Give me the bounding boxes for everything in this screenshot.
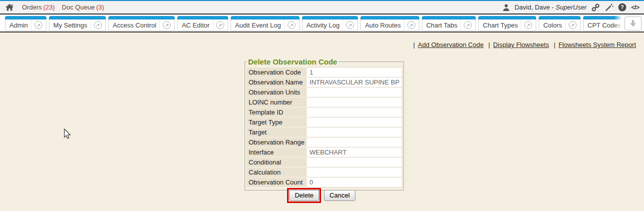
tab-label: Audit Event Log — [235, 22, 281, 29]
row-value — [307, 118, 402, 128]
tab-accent-strip — [302, 16, 358, 20]
magic-wand-icon[interactable] — [605, 3, 614, 12]
tab-divider — [404, 20, 404, 30]
quick-link-icon[interactable] — [591, 3, 600, 12]
row-label: LOINC number — [247, 98, 307, 108]
delete-button[interactable]: Delete — [289, 190, 319, 201]
open-in-new-icon[interactable]: ↗ — [34, 21, 42, 29]
admin-tab[interactable]: Colors ↗ — [539, 16, 581, 31]
scroll-tabs-down-icon — [629, 20, 637, 28]
admin-tab[interactable]: CPT Codes ↗ — [583, 16, 621, 31]
tab-body: Activity Log ↗ — [302, 20, 358, 31]
action-links: |Add Observation Code |Display Flowsheet… — [412, 41, 638, 48]
tab-label: Auto Routes — [365, 22, 401, 29]
tab-body: Chart Tabs ↗ — [422, 20, 476, 31]
row-value: 0 — [307, 178, 402, 188]
tab-body: Colors ↗ — [539, 20, 581, 31]
row-label: Observation Name — [247, 78, 307, 88]
tab-divider — [31, 20, 31, 30]
admin-tab[interactable]: Activity Log ↗ — [302, 16, 358, 31]
nav-label: Doc Queue — [62, 4, 95, 11]
tab-body: CPT Codes ↗ — [583, 20, 621, 31]
observation-row: LOINC number — [247, 98, 402, 108]
tab-accent-strip — [5, 16, 46, 20]
admin-tab[interactable]: Chart Types ↗ — [478, 16, 536, 31]
row-value — [307, 128, 402, 138]
form-fieldset: Delete Observation Code Observation Code… — [245, 58, 404, 190]
admin-tab[interactable]: AC Editor ↗ — [177, 16, 228, 31]
nav-count-badge: (3) — [96, 4, 104, 11]
nav-label: Orders — [22, 4, 42, 11]
row-value — [307, 138, 402, 148]
row-value — [307, 158, 402, 168]
row-value — [307, 108, 402, 118]
open-in-new-icon[interactable]: ↗ — [163, 21, 171, 29]
svg-text:?: ? — [621, 4, 624, 10]
tab-accent-strip — [360, 16, 419, 20]
topbar-nav: Orders(23) Doc Queue(3) — [22, 4, 104, 11]
observation-row: Observation Code 1 — [247, 68, 402, 78]
tab-label: Admin — [9, 22, 28, 29]
tab-label: Access Control — [113, 22, 156, 29]
admin-tabbar: Admin ↗ My Settings ↗ Access Control ↗ A… — [0, 14, 644, 32]
open-in-new-icon[interactable]: ↗ — [524, 21, 532, 29]
observation-row: Target — [247, 128, 402, 138]
action-link[interactable]: Add Observation Code — [418, 41, 484, 48]
tab-body: Access Control ↗ — [108, 20, 175, 31]
delete-observation-form: Delete Observation Code Observation Code… — [245, 58, 398, 190]
open-in-new-icon[interactable]: ↗ — [569, 21, 577, 29]
tab-body: AC Editor ↗ — [177, 20, 228, 31]
row-label: Observation Units — [247, 88, 307, 98]
admin-tab[interactable]: Admin ↗ — [5, 16, 46, 31]
help-icon[interactable]: ? — [618, 3, 627, 12]
tab-accent-strip — [231, 16, 300, 20]
observation-row: Observation Name INTRAVASCULAR SUPINE BP — [247, 78, 402, 88]
open-in-new-icon[interactable]: ↗ — [407, 21, 415, 29]
nav-count-badge: (23) — [43, 4, 55, 11]
topbar-nav-item[interactable]: Doc Queue(3) — [62, 4, 104, 11]
topbar-nav-item[interactable]: Orders(23) — [22, 4, 55, 11]
tab-divider — [342, 20, 343, 30]
observation-row: Observation Units — [247, 88, 402, 98]
mouse-cursor — [64, 128, 71, 142]
row-value — [307, 168, 402, 178]
row-value — [307, 88, 402, 98]
row-value — [307, 98, 402, 108]
home-icon[interactable] — [5, 3, 14, 12]
tab-divider — [521, 20, 521, 30]
tab-overflow-button[interactable] — [625, 16, 642, 30]
action-link[interactable]: Display Flowsheets — [493, 41, 549, 48]
admin-tab[interactable]: Auto Routes ↗ — [360, 16, 419, 31]
tab-body: Auto Routes ↗ — [360, 20, 419, 31]
row-value: 1 — [307, 68, 402, 78]
red-highlight-annotation: Delete — [287, 188, 321, 203]
observation-row: Conditional — [247, 158, 402, 168]
row-label: Calculation — [247, 168, 307, 178]
tab-label: Colors — [543, 22, 562, 29]
tab-accent-strip — [422, 16, 476, 20]
row-label: Observation Count — [247, 178, 307, 188]
tab-body: My Settings ↗ — [49, 20, 106, 31]
open-in-new-icon[interactable]: ↗ — [346, 21, 354, 29]
admin-tab[interactable]: Access Control ↗ — [108, 16, 175, 31]
open-in-new-icon[interactable]: ↗ — [464, 21, 472, 29]
tab-accent-strip — [583, 16, 621, 20]
content-area: |Add Observation Code |Display Flowsheet… — [0, 32, 644, 211]
tab-divider — [90, 20, 91, 30]
user-name: David, Dave - SuperUser — [515, 4, 587, 11]
code-icon[interactable]: </> — [631, 4, 639, 11]
admin-tab[interactable]: Chart Tabs ↗ — [422, 16, 476, 31]
observation-row: Calculation — [247, 168, 402, 178]
open-in-new-icon[interactable]: ↗ — [94, 21, 102, 29]
tab-divider — [284, 20, 285, 30]
open-in-new-icon[interactable]: ↗ — [216, 21, 224, 29]
cancel-button[interactable]: Cancel — [324, 190, 355, 201]
open-in-new-icon[interactable]: ↗ — [288, 21, 296, 29]
user-role: SuperUser — [556, 4, 587, 11]
tab-accent-strip — [539, 16, 581, 20]
admin-tab[interactable]: Audit Event Log ↗ — [231, 16, 300, 31]
observation-row: Template ID — [247, 108, 402, 118]
row-value: WEBCHART — [307, 148, 402, 158]
action-link[interactable]: Flowsheets System Report — [559, 41, 636, 48]
admin-tab[interactable]: My Settings ↗ — [49, 16, 106, 31]
